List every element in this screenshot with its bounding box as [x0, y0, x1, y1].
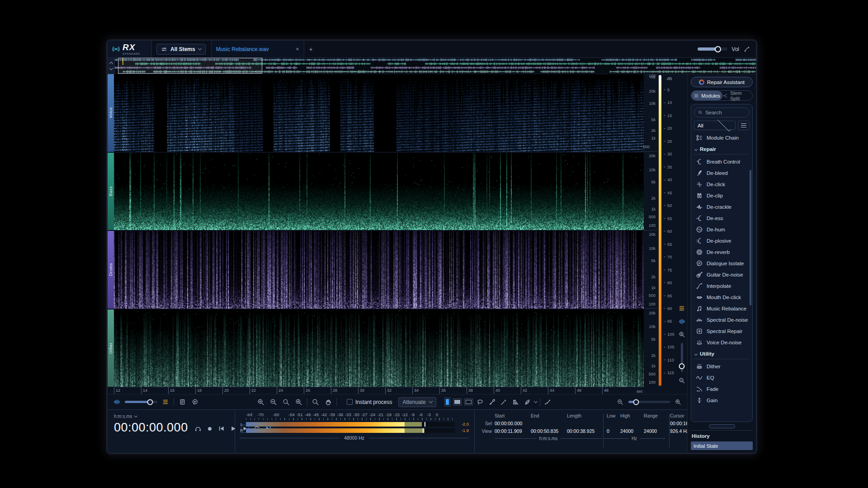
module-item-de-ess[interactable]: ss De-ess	[694, 212, 750, 224]
module-item-mouth-de-click[interactable]: Mouth De-click	[694, 291, 750, 303]
section-utility[interactable]: Utility	[694, 349, 750, 359]
module-item-dither[interactable]: Dither	[694, 361, 750, 372]
magic-wand-tool-icon[interactable]	[499, 398, 508, 407]
overview-waveform[interactable]	[115, 58, 756, 74]
return-to-start-button[interactable]	[217, 425, 226, 433]
feather-dropdown-caret[interactable]	[534, 399, 538, 403]
module-item-de-hum[interactable]: De-hum	[694, 224, 750, 235]
free-selection-tool[interactable]	[464, 399, 473, 405]
time-format-value: h:m:s.ms	[114, 414, 132, 419]
panel-resize-handle[interactable]	[709, 424, 735, 428]
volume-slider-thumb[interactable]	[715, 46, 721, 52]
module-item-de-reverb[interactable]: De-reverb	[694, 246, 750, 258]
module-list-scrollbar[interactable]	[750, 170, 751, 305]
clipboard-icon[interactable]	[178, 398, 187, 407]
waveform-view-icon[interactable]	[677, 317, 686, 326]
spectrogram-waveform-blend-slider[interactable]	[125, 401, 157, 403]
nodes-tool-icon[interactable]	[543, 398, 552, 407]
module-item-spectral-repair[interactable]: Spectral Repair	[694, 325, 750, 337]
stem-strip-other[interactable]: Other	[108, 310, 114, 387]
history-item-initial-state[interactable]: Initial State	[691, 441, 753, 450]
module-item-fade[interactable]: Fade	[694, 383, 750, 394]
volume-slider[interactable]	[698, 47, 727, 51]
zoom-in-icon[interactable]	[256, 398, 265, 407]
module-item-de-crackle[interactable]: De-crackle	[694, 201, 750, 212]
repair-assistant-button[interactable]: Repair Assistant	[691, 77, 753, 87]
record-button[interactable]	[206, 425, 214, 433]
horizontal-zoom-slider[interactable]	[628, 401, 670, 403]
freq-tick-label: 20k	[649, 311, 656, 315]
horizontal-zoom-thumb[interactable]	[633, 399, 639, 405]
tab-modules[interactable]: Modules	[691, 91, 722, 100]
freq-tick-label: 20k	[649, 154, 656, 158]
module-item-music-rebalance[interactable]: Music Rebalance	[694, 303, 750, 314]
brush-tool-icon[interactable]	[487, 398, 496, 407]
search-input[interactable]	[705, 110, 745, 115]
mouth-de-click-icon	[695, 293, 703, 301]
module-item-guitar-de-noise[interactable]: Guitar De-noise	[694, 269, 750, 280]
levels-tool-icon[interactable]	[511, 398, 520, 407]
spectrogram-settings-icon[interactable]	[161, 398, 170, 407]
time-selection-tool[interactable]	[444, 398, 450, 406]
module-item-dialogue-isolate[interactable]: Dialogue Isolate	[694, 258, 750, 269]
zoom-selection-icon[interactable]	[282, 398, 291, 407]
time-tick-label: 42	[521, 387, 548, 394]
db-tick-label: 80	[664, 281, 676, 285]
high-value: 24000	[620, 428, 643, 434]
overview-resize-handle[interactable]	[108, 58, 115, 74]
vertical-zoom-slider[interactable]	[681, 343, 683, 372]
zoom-in-vertical-icon[interactable]	[677, 330, 686, 339]
blend-slider-thumb[interactable]	[147, 399, 153, 405]
process-mode-dropdown[interactable]: Attenuate	[398, 397, 436, 407]
module-item-de-clip[interactable]: De-clip	[694, 190, 750, 201]
time-tick-label: 16	[168, 387, 195, 394]
feather-tool-icon[interactable]	[523, 398, 532, 407]
list-options-button[interactable]	[738, 121, 750, 130]
tab-stem-split[interactable]: Stem Split	[722, 91, 752, 100]
instant-process-checkbox[interactable]	[347, 399, 353, 405]
zoom-in-horizontal-icon[interactable]	[674, 398, 683, 407]
waveform-blend-icon[interactable]	[112, 398, 121, 407]
module-item-gain[interactable]: Gain	[694, 394, 750, 406]
tab-close-icon[interactable]: ×	[296, 46, 299, 52]
module-item-de-bleed[interactable]: De-bleed	[694, 167, 750, 178]
level-meters[interactable]: -Inf.-70-60-54-51-48-45-42-39-36-33-30-2…	[235, 410, 475, 453]
output-routing-icon[interactable]	[743, 46, 750, 53]
spectrogram-view-icon[interactable]	[677, 304, 686, 313]
comment-icon[interactable]	[190, 398, 199, 407]
stem-strip-bass[interactable]: Bass	[108, 153, 114, 230]
zoom-out-vertical-icon[interactable]	[677, 376, 686, 385]
file-tab[interactable]: Music Rebalance.wav ×	[211, 41, 304, 57]
monitor-icon[interactable]	[194, 425, 202, 433]
time-tick-label: 32	[385, 387, 412, 394]
section-repair[interactable]: Repair	[694, 144, 750, 155]
zoom-reset-icon[interactable]	[294, 398, 303, 407]
vertical-zoom-thumb[interactable]	[679, 363, 685, 369]
stem-strip-voice[interactable]: Voice	[108, 74, 114, 152]
spectrogram-bass[interactable]	[114, 153, 644, 230]
zoom-out-icon[interactable]	[269, 398, 278, 407]
time-frequency-selection-tool[interactable]	[453, 399, 462, 405]
module-item-module-chain[interactable]: Module Chain	[694, 132, 750, 143]
hand-tool-icon[interactable]	[324, 398, 333, 407]
module-item-spectral-de-noise[interactable]: Spectral De-noise	[694, 314, 750, 325]
module-item-eq[interactable]: EQ	[694, 372, 750, 383]
zoom-out-horizontal-icon[interactable]	[616, 398, 625, 407]
module-item-interpolate[interactable]: Interpolate	[694, 280, 750, 291]
time-format-dropdown[interactable]: h:m:s.ms	[114, 414, 229, 419]
lasso-tool-icon[interactable]	[476, 398, 485, 407]
stems-dropdown[interactable]: All Stems	[156, 44, 206, 55]
spectrogram-drums[interactable]	[114, 231, 644, 309]
spectrogram-other[interactable]	[114, 310, 644, 387]
stem-strip-drums[interactable]: Drums	[108, 231, 114, 309]
meter-scale-label: -24	[369, 413, 376, 417]
new-tab-button[interactable]: +	[304, 41, 318, 57]
category-filter-dropdown[interactable]: All	[694, 121, 736, 130]
module-item-voice-de-noise[interactable]: Voice De-noise	[694, 337, 750, 348]
stem-split-icon	[722, 93, 728, 99]
module-item-de-click[interactable]: De-click	[694, 178, 750, 190]
module-item-de-plosive[interactable]: De-plosive	[694, 235, 750, 246]
module-item-breath-control[interactable]: Breath Control	[694, 156, 750, 167]
spectrogram-voice[interactable]	[114, 74, 644, 152]
magnifier-tool-icon[interactable]	[311, 398, 320, 407]
